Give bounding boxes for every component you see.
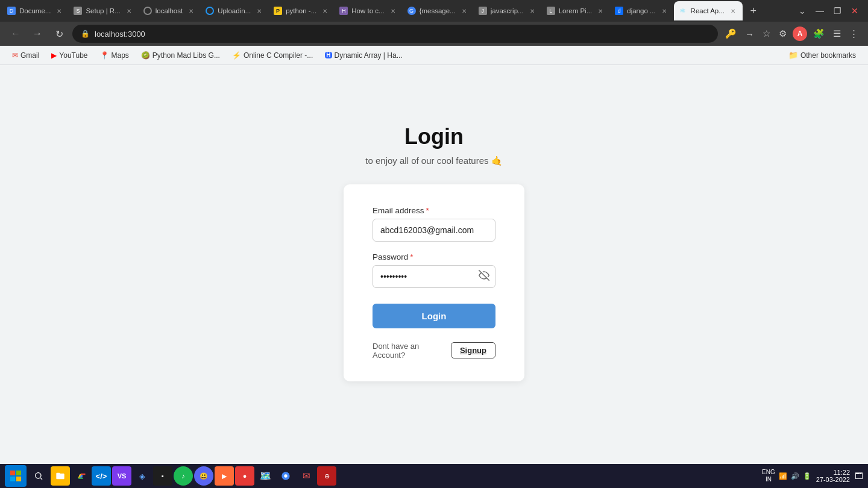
password-group: Password* (373, 252, 495, 288)
back-button[interactable]: ← (7, 25, 24, 42)
tab-1-favicon: D (7, 7, 16, 15)
tab-10-favicon: d (615, 7, 623, 15)
maximize-button[interactable]: ❐ (831, 4, 844, 18)
tab-6-close[interactable]: ✕ (388, 6, 398, 16)
tab-3[interactable]: localhost ✕ (139, 1, 201, 20)
bookmark-folder-icon: 📁 (788, 51, 798, 60)
password-required: * (410, 252, 413, 261)
tab-6-favicon: H (339, 7, 348, 15)
bookmark-python-mad-libs-label: Python Mad Libs G... (153, 51, 220, 60)
tab-3-close[interactable]: ✕ (186, 6, 196, 16)
other-bookmarks-label: Other bookmarks (800, 51, 856, 60)
tab-2-close[interactable]: ✕ (124, 6, 134, 16)
hashnode-favicon: H (325, 52, 332, 58)
signup-section: Dont have an Account? Signup (373, 342, 495, 360)
bookmark-maps[interactable]: 📍 Maps (95, 50, 134, 61)
maps-favicon: 📍 (100, 51, 109, 60)
bookmarks-right: 📁 Other bookmarks (784, 49, 861, 61)
menu-icon[interactable]: ⋮ (847, 26, 861, 42)
tab-2[interactable]: S Setup | R... ✕ (69, 1, 138, 20)
login-button[interactable]: Login (373, 304, 495, 328)
tab-8[interactable]: J javascrip... ✕ (474, 1, 542, 20)
extension-icon[interactable]: 🧩 (811, 26, 827, 42)
bookmark-dynamic-array[interactable]: H Dynamic Array | Ha... (320, 50, 407, 61)
tab-4[interactable]: Uploadin... ✕ (201, 1, 269, 20)
address-bar: ← → ↻ 🔒 localhost:3000 🔑 → ☆ ⚙ A 🧩 ☰ ⋮ (0, 22, 868, 46)
page-title: Login (404, 124, 464, 149)
tab-bar: D Docume... ✕ S Setup | R... ✕ localhost… (0, 0, 868, 22)
tab-11-close[interactable]: ✕ (728, 6, 738, 16)
star-icon[interactable]: ☆ (760, 26, 773, 42)
lock-icon: 🔒 (81, 30, 90, 38)
bookmark-online-compiler[interactable]: ⚡ Online C Compiler -... (227, 50, 318, 61)
tab-2-title: Setup | R... (86, 7, 120, 14)
tab-11-title: React Ap... (691, 7, 725, 14)
tab-5[interactable]: P python -... ✕ (269, 1, 335, 20)
tab-6-title: How to c... (351, 7, 384, 14)
tab-8-close[interactable]: ✕ (527, 6, 537, 16)
bookmark-maps-label: Maps (112, 51, 129, 60)
tab-3-favicon (143, 7, 152, 15)
tab-2-favicon: S (74, 7, 82, 15)
tab-10[interactable]: d django ... ✕ (610, 1, 673, 20)
tab-1-title: Docume... (19, 7, 51, 14)
address-actions: 🔑 → ☆ ⚙ A 🧩 ☰ ⋮ (723, 26, 861, 42)
tab-8-favicon: J (479, 7, 487, 15)
tab-8-title: javascrip... (491, 7, 524, 14)
kiwi-favicon: 🥝 (141, 51, 150, 60)
main-content: Login to enjoy all of our cool features … (0, 65, 868, 464)
signup-button[interactable]: Signup (451, 342, 495, 358)
tab-5-favicon: P (274, 7, 282, 15)
tab-10-close[interactable]: ✕ (659, 6, 669, 16)
email-group: Email address* (373, 206, 495, 242)
tab-7-title: {message... (420, 7, 456, 14)
bookmarks-bar: ✉ Gmail ▶ YouTube 📍 Maps 🥝 Python Mad Li… (0, 46, 868, 65)
bolt-favicon: ⚡ (232, 51, 241, 60)
bookmark-online-compiler-label: Online C Compiler -... (244, 51, 313, 60)
tab-9-favicon: L (547, 7, 555, 15)
new-tab-button[interactable]: + (745, 2, 762, 19)
share-icon[interactable]: → (743, 27, 756, 42)
tab-5-close[interactable]: ✕ (320, 6, 330, 16)
email-input[interactable] (373, 219, 495, 242)
key-icon[interactable]: 🔑 (723, 26, 739, 42)
tab-6[interactable]: H How to c... ✕ (335, 1, 402, 20)
tab-7-favicon: G (407, 7, 416, 15)
no-account-text: Dont have an Account? (373, 342, 446, 360)
password-label: Password* (373, 252, 495, 261)
tab-list-button[interactable]: ⌄ (796, 4, 808, 18)
url-text: localhost:3000 (95, 30, 709, 39)
refresh-button[interactable]: ↻ (51, 25, 68, 42)
bookmark-python-mad-libs[interactable]: 🥝 Python Mad Libs G... (136, 50, 225, 61)
bookmark-gmail-label: Gmail (20, 51, 39, 60)
tab-9-close[interactable]: ✕ (596, 6, 605, 16)
tab-3-title: localhost (156, 7, 183, 14)
tab-4-close[interactable]: ✕ (254, 6, 264, 16)
tab-10-title: django ... (627, 7, 655, 14)
forward-button[interactable]: → (29, 25, 46, 42)
tab-9[interactable]: L Lorem Pi... ✕ (542, 1, 611, 20)
tab-1[interactable]: D Docume... ✕ (2, 1, 69, 20)
email-label: Email address* (373, 206, 495, 215)
tab-4-favicon (206, 7, 214, 15)
minimize-button[interactable]: — (813, 4, 826, 18)
window-controls: ⌄ — ❐ ✕ (796, 4, 866, 18)
tab-4-title: Uploadin... (218, 7, 251, 14)
url-bar[interactable]: 🔒 localhost:3000 (72, 25, 718, 43)
settings-icon[interactable]: ⚙ (776, 26, 789, 42)
profile-icon[interactable]: A (793, 27, 807, 41)
bookmark-youtube-label: YouTube (59, 51, 87, 60)
tab-1-close[interactable]: ✕ (54, 6, 64, 16)
password-input[interactable] (373, 265, 495, 288)
close-button[interactable]: ✕ (849, 4, 861, 18)
tab-7-close[interactable]: ✕ (459, 6, 469, 16)
toggle-password-icon[interactable] (479, 270, 489, 283)
sidebar-toggle[interactable]: ☰ (831, 26, 843, 42)
bookmark-dynamic-array-label: Dynamic Array | Ha... (335, 51, 403, 60)
tab-11[interactable]: ⚛ React Ap... ✕ (674, 1, 743, 20)
bookmark-gmail[interactable]: ✉ Gmail (7, 50, 44, 61)
tab-7[interactable]: G {message... ✕ (403, 1, 474, 20)
bookmark-youtube[interactable]: ▶ YouTube (46, 50, 92, 61)
other-bookmarks[interactable]: 📁 Other bookmarks (784, 49, 861, 61)
tab-9-title: Lorem Pi... (559, 7, 593, 14)
